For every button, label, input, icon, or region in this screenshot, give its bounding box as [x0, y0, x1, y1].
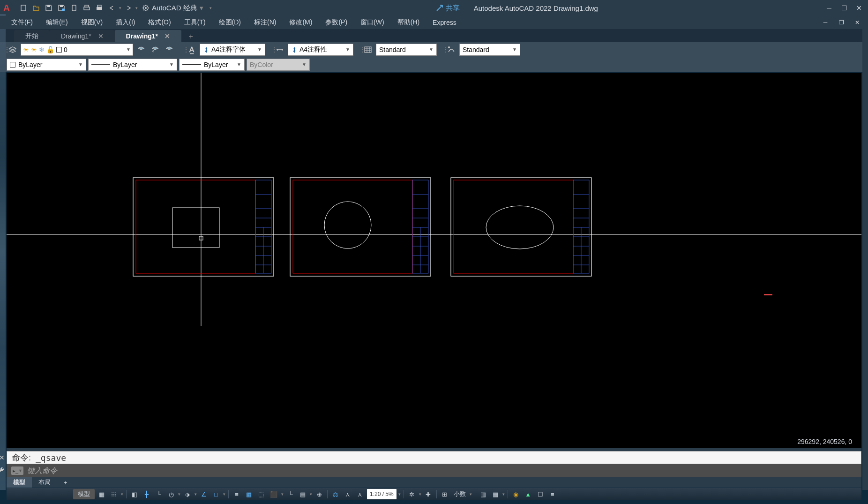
- undo-icon[interactable]: [106, 2, 118, 14]
- maximize-icon[interactable]: ☐: [837, 2, 851, 14]
- new-icon[interactable]: [18, 2, 29, 14]
- annotation-visibility-icon[interactable]: ⚖: [330, 489, 341, 499]
- plot-icon[interactable]: [81, 2, 92, 14]
- mlstyle-dropdown[interactable]: Standard ▼: [459, 44, 520, 56]
- isolate-objects-icon[interactable]: ◉: [511, 489, 521, 499]
- dimstyle-icon[interactable]: [274, 44, 286, 56]
- close-icon[interactable]: ✕: [852, 2, 866, 14]
- menu-edit[interactable]: 编辑(E): [39, 17, 75, 28]
- doc-minimize-icon[interactable]: ─: [818, 17, 832, 28]
- ortho-icon[interactable]: └: [154, 489, 164, 499]
- minimize-icon[interactable]: ─: [822, 2, 836, 14]
- share-label: 共享: [446, 4, 460, 13]
- print-icon[interactable]: [94, 2, 105, 14]
- mlstyle-icon[interactable]: [445, 44, 457, 56]
- isodraft-icon[interactable]: ⬗: [182, 489, 193, 499]
- menu-parametric[interactable]: 参数(P): [319, 17, 354, 28]
- infer-constraints-icon[interactable]: ◧: [129, 489, 140, 499]
- tab-close-icon[interactable]: ✕: [98, 32, 104, 40]
- snap-icon[interactable]: ⁝⁝⁝: [109, 489, 119, 499]
- model-space-button[interactable]: 模型: [73, 489, 95, 499]
- units-icon[interactable]: ⊞: [440, 489, 450, 499]
- menu-modify[interactable]: 修改(M): [283, 17, 319, 28]
- menu-window[interactable]: 窗口(W): [354, 17, 391, 28]
- osnap-2d-icon[interactable]: □: [211, 489, 221, 499]
- tablestyle-icon[interactable]: [362, 44, 374, 56]
- annotation-scale-dropdown[interactable]: 1:20 / 5%: [367, 489, 397, 499]
- web-mobile-icon[interactable]: [68, 2, 80, 14]
- lock-ui-icon[interactable]: ▦: [490, 489, 501, 499]
- doc-restore-icon[interactable]: ❐: [834, 17, 848, 28]
- tab-drawing1-2[interactable]: Drawing1* ✕: [115, 30, 181, 42]
- transparency-icon[interactable]: ▩: [244, 489, 254, 499]
- open-icon[interactable]: [30, 2, 42, 14]
- grid-icon[interactable]: ▦: [97, 489, 107, 499]
- layer-properties-icon[interactable]: [7, 44, 19, 56]
- workspace-dropdown[interactable]: AutoCAD 经典 ▾: [139, 4, 206, 13]
- menu-format[interactable]: 格式(O): [142, 17, 177, 28]
- osnap-track-icon[interactable]: ∠: [199, 489, 209, 499]
- hardware-accel-icon[interactable]: ▲: [523, 489, 533, 499]
- tab-close-icon[interactable]: ✕: [165, 32, 170, 40]
- customization-icon[interactable]: ≡: [547, 489, 558, 499]
- tablestyle-dropdown[interactable]: Standard ▼: [376, 44, 437, 56]
- linetype-dropdown[interactable]: ByLayer ▼: [88, 59, 177, 71]
- save-icon[interactable]: [43, 2, 54, 14]
- lineweight-dropdown[interactable]: ByLayer ▼: [179, 59, 245, 71]
- tab-start[interactable]: 开始: [14, 30, 50, 42]
- clean-screen-icon[interactable]: ☐: [535, 489, 546, 499]
- layer-match-icon[interactable]: [135, 44, 147, 56]
- menu-dimension[interactable]: 标注(N): [247, 17, 283, 28]
- menu-express[interactable]: Express: [426, 18, 463, 27]
- dimstyle-dropdown[interactable]: A4注释性 ▼: [288, 44, 353, 56]
- layout-tab-add[interactable]: +: [57, 478, 74, 487]
- app-logo-icon[interactable]: A: [2, 3, 11, 13]
- menu-help[interactable]: 帮助(H): [391, 17, 426, 28]
- redo-icon[interactable]: [123, 2, 134, 14]
- saveas-icon[interactable]: [56, 2, 67, 14]
- polar-icon[interactable]: ◷: [166, 489, 176, 499]
- textstyle-dropdown[interactable]: A4注释字体 ▼: [200, 44, 265, 56]
- auto-scale-icon[interactable]: ⋏: [343, 489, 353, 499]
- dynamic-input-icon[interactable]: ╋: [142, 489, 152, 499]
- 3dosnap-icon[interactable]: ⬛: [268, 489, 279, 499]
- quick-properties-icon[interactable]: ▥: [478, 489, 488, 499]
- drawing-canvas[interactable]: [7, 73, 861, 455]
- tab-add-button[interactable]: +: [185, 31, 196, 42]
- tablestyle-label: Standard: [379, 46, 406, 53]
- menu-insert[interactable]: 插入(I): [109, 17, 142, 28]
- wrench-icon[interactable]: [0, 466, 5, 475]
- selection-cycling-icon[interactable]: ⬚: [256, 489, 266, 499]
- textstyle-icon[interactable]: A̲: [186, 44, 198, 56]
- menu-tools[interactable]: 工具(T): [178, 17, 212, 28]
- svg-point-41: [324, 202, 371, 248]
- layout-tab-model[interactable]: 模型: [7, 477, 32, 488]
- svg-rect-4: [72, 5, 76, 11]
- color-dropdown[interactable]: ByLayer ▼: [7, 59, 86, 71]
- doc-close-icon[interactable]: ✕: [850, 17, 864, 28]
- gizmo-icon[interactable]: ⊕: [314, 489, 324, 499]
- dynamic-ucs-icon[interactable]: └: [285, 489, 296, 499]
- annotative-icon: [291, 46, 298, 53]
- layer-prev-icon[interactable]: [149, 44, 161, 56]
- select-filter-icon[interactable]: ▤: [298, 489, 308, 499]
- menu-file[interactable]: 文件(F): [5, 17, 39, 28]
- layer-dropdown[interactable]: ☀ ☀ ❄ 🔓 0 ▼: [21, 44, 133, 56]
- menu-view[interactable]: 视图(V): [75, 17, 110, 28]
- cmd-input[interactable]: ▸_ ▼ 键入命令: [7, 464, 861, 477]
- svg-rect-42: [451, 178, 591, 276]
- share-button[interactable]: 共享: [436, 4, 460, 13]
- menu-draw[interactable]: 绘图(D): [212, 17, 247, 28]
- layout-tab-layout[interactable]: 布局: [32, 477, 57, 488]
- workspace-label: AutoCAD 经典: [152, 4, 197, 13]
- cmd-history[interactable]: ✕ 命令: _qsave: [7, 451, 861, 464]
- tab-drawing1-1[interactable]: Drawing1* ✕: [50, 30, 115, 42]
- layer-state-icon[interactable]: [163, 44, 175, 56]
- annotation-scale-icon[interactable]: ⋏: [355, 489, 365, 499]
- svg-point-10: [145, 7, 147, 9]
- plotstyle-dropdown[interactable]: ByColor ▼: [247, 59, 310, 71]
- workspace-switching-icon[interactable]: ✲: [407, 489, 417, 499]
- lineweight-toggle-icon[interactable]: ≡: [232, 489, 242, 499]
- annotation-monitor-icon[interactable]: ✚: [423, 489, 434, 499]
- cmd-close-icon[interactable]: ✕: [0, 454, 5, 461]
